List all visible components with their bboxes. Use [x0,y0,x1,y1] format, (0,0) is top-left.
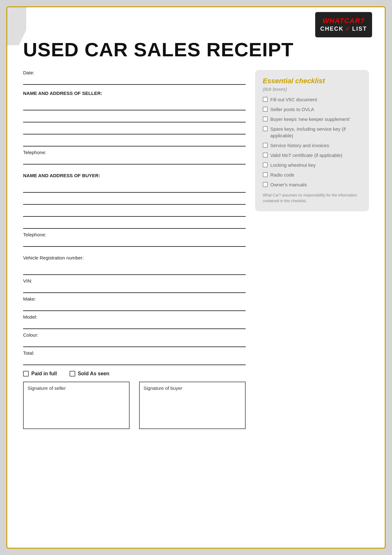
colour-line [23,338,246,347]
logo-car-text: CAR? [344,17,365,25]
checklist-text-keeper: Buyer keeps 'new keeper supplement' [270,116,350,122]
buyer-signature-label: Signature of buyer [144,385,182,391]
checklist-text-dvla: Seller posts to DVLA [270,106,314,113]
buyer-section: NAME AND ADDRESS OF BUYER: [23,173,246,229]
seller-line-2 [23,114,246,122]
seller-signature-label: Signature of seller [28,385,66,391]
buyer-telephone-line [23,238,246,247]
content-area: Date: NAME AND ADDRESS OF SELLER: Teleph… [23,70,369,429]
checklist-item-keeper[interactable]: Buyer keeps 'new keeper supplement' [263,116,361,122]
total-label: Total: [23,350,246,356]
seller-line-4 [23,138,246,147]
checklist-checkbox-manuals[interactable] [263,182,268,187]
sold-as-seen-checkbox[interactable] [70,371,75,377]
buyer-label: NAME AND ADDRESS OF BUYER: [23,173,246,178]
colour-label: Colour: [23,332,246,338]
checklist-checkbox-wheelnut[interactable] [263,162,268,167]
checklist-disclaimer: What Car? assumes no responsibility for … [263,192,361,204]
seller-telephone-row: Telephone: [23,150,246,165]
checklist-subtitle: (tick boxes) [263,86,361,92]
buyer-signature-box: Signature of buyer [139,382,246,429]
checklist-item-wheelnut[interactable]: Locking wheelnut key [263,162,361,168]
paid-full-item[interactable]: Paid in full [23,371,57,377]
vin-label: VIN: [23,278,246,284]
make-label: Make: [23,296,246,302]
vehicle-reg-label: Vehicle Registration number: [23,255,246,260]
checkbox-row: Paid in full Sold As seen [23,371,246,377]
date-line [23,76,246,85]
date-label: Date: [23,70,246,75]
checklist-checkbox-keeper[interactable] [263,116,268,122]
checklist-item-dvla[interactable]: Seller posts to DVLA [263,106,361,113]
checklist-item-mot[interactable]: Valid MoT certificate (if applicable) [263,152,361,159]
make-row: Make: [23,296,246,311]
checklist-item-radio[interactable]: Radio code [263,171,361,178]
checklist-text-mot: Valid MoT certificate (if applicable) [270,152,342,159]
colour-row: Colour: [23,332,246,347]
checklist-box: Essential checklist (tick boxes) Fill ou… [255,70,369,211]
seller-label: NAME AND ADDRESS OF SELLER: [23,90,246,96]
checklist-title: Essential checklist [263,77,361,85]
sold-as-seen-label: Sold As seen [78,371,109,377]
buyer-line-1 [23,184,246,193]
date-field-row: Date: [23,70,246,85]
checklist-text-manuals: Owner's manuals [270,181,307,188]
checklist-column: Essential checklist (tick boxes) Fill ou… [255,70,369,429]
make-line [23,302,246,311]
signature-area: Signature of seller Signature of buyer [23,382,246,429]
model-label: Model: [23,314,246,320]
seller-telephone-line [23,156,246,165]
seller-signature-box: Signature of seller [23,382,130,429]
buyer-telephone-row: Telephone: [23,232,246,247]
seller-section: NAME AND ADDRESS OF SELLER: [23,90,246,147]
seller-line-1 [23,102,246,110]
checklist-checkbox-service[interactable] [263,143,268,148]
buyer-line-4 [23,220,246,229]
page-title: USED CAR SALES RECEIPT [23,39,369,60]
logo-whatcar-text: WHATCAR? [322,17,364,25]
logo-check-symbol: ✓ [345,25,351,33]
vehicle-reg-row: Vehicle Registration number: [23,255,246,275]
checklist-checkbox-mot[interactable] [263,153,268,158]
checklist-item-v5c[interactable]: Fill out V5C document [263,96,361,103]
checklist-text-radio: Radio code [270,171,294,178]
logo-what-text: WHAT [322,17,344,25]
checklist-checkbox-dvla[interactable] [263,107,268,112]
model-line [23,320,246,329]
logo-checklist-text: CHECK✓LIST [320,25,367,33]
buyer-line-3 [23,208,246,217]
checklist-checkbox-keys[interactable] [263,126,268,131]
paid-full-label: Paid in full [31,371,57,377]
checklist-item-service[interactable]: Service history and invoices [263,142,361,149]
seller-line-3 [23,126,246,134]
checklist-text-service: Service history and invoices [270,142,329,149]
checklist-item-manuals[interactable]: Owner's manuals [263,181,361,188]
checklist-item-keys[interactable]: Spare keys, including service key (if ap… [263,126,361,139]
checklist-text-wheelnut: Locking wheelnut key [270,162,315,168]
checklist-checkbox-radio[interactable] [263,172,268,177]
vin-line [23,284,246,293]
checklist-text-v5c: Fill out V5C document [270,96,317,103]
sold-as-seen-item[interactable]: Sold As seen [70,371,109,377]
total-row: Total: [23,350,246,365]
form-column: Date: NAME AND ADDRESS OF SELLER: Teleph… [23,70,246,429]
whatcar-logo: WHATCAR? CHECK✓LIST [315,12,372,37]
buyer-line-2 [23,196,246,205]
checklist-text-keys: Spare keys, including service key (if ap… [270,126,361,139]
document-page: WHATCAR? CHECK✓LIST USED CAR SALES RECEI… [6,6,386,549]
checklist-checkbox-v5c[interactable] [263,97,268,102]
model-row: Model: [23,314,246,329]
seller-telephone-label: Telephone: [23,150,246,155]
paid-full-checkbox[interactable] [23,371,29,377]
vehicle-reg-line [23,266,246,275]
buyer-telephone-label: Telephone: [23,232,246,237]
vin-row: VIN: [23,278,246,293]
total-line [23,356,246,365]
